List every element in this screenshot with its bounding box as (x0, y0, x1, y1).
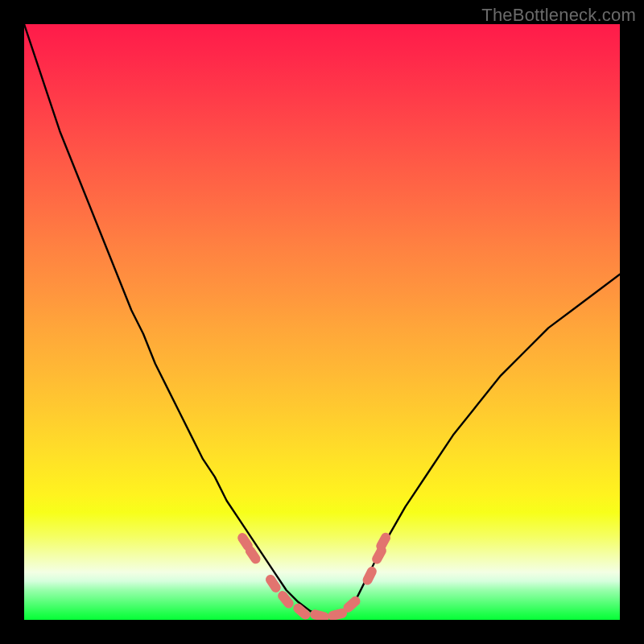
curve-marker (309, 609, 330, 620)
chart-frame: TheBottleneck.com (0, 0, 644, 644)
watermark-text: TheBottleneck.com (481, 5, 636, 26)
curve-marker (276, 589, 295, 610)
curve-layer (24, 24, 620, 620)
plot-area (24, 24, 620, 620)
bottleneck-curve (24, 24, 620, 617)
marker-group (236, 531, 392, 620)
curve-marker (264, 573, 283, 595)
